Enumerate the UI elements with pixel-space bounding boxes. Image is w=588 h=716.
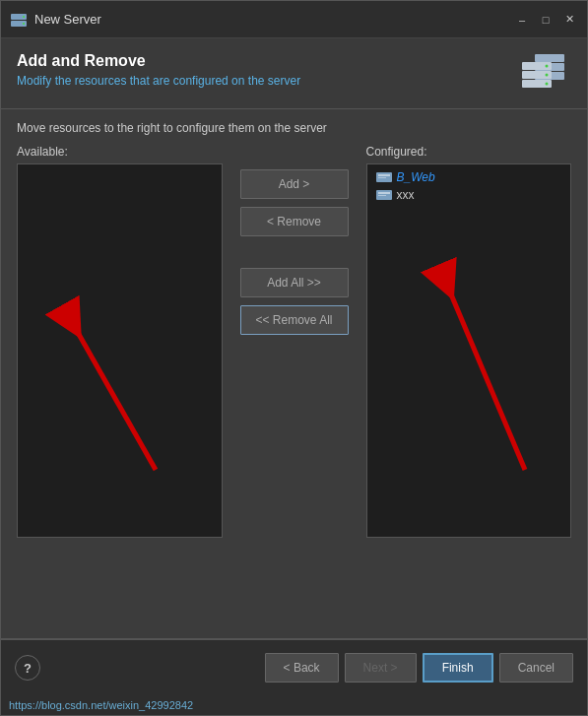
configured-section: Configured: B_Web (366, 145, 572, 538)
available-section: Available: (17, 145, 223, 538)
status-url: https://blog.csdn.net/weixin_42992842 (9, 699, 193, 711)
header-title: Add and Remove (17, 52, 507, 70)
item-label-bweb: B_Web (397, 170, 435, 184)
available-listbox[interactable] (17, 163, 223, 538)
configured-listbox[interactable]: B_Web xxx (366, 163, 572, 538)
titlebar-controls: – □ ✕ (512, 11, 579, 29)
finish-button[interactable]: Finish (423, 653, 493, 683)
svg-point-10 (546, 65, 549, 68)
svg-point-12 (546, 83, 549, 86)
footer: ? < Back Next > Finish Cancel (1, 638, 587, 695)
header-area: Add and Remove Modify the resources that… (1, 38, 587, 109)
header-subtitle: Modify the resources that are configured… (17, 74, 507, 88)
footer-buttons: < Back Next > Finish Cancel (265, 653, 573, 683)
header-text: Add and Remove Modify the resources that… (17, 52, 507, 88)
next-button[interactable]: Next > (345, 653, 417, 683)
remove-all-button[interactable]: << Remove All (240, 305, 349, 335)
list-item[interactable]: xxx (369, 186, 569, 204)
svg-rect-20 (378, 195, 386, 196)
item-label-xxx: xxx (397, 188, 415, 202)
svg-rect-17 (378, 177, 386, 178)
titlebar: New Server – □ ✕ (1, 1, 587, 38)
window: New Server – □ ✕ Add and Remove Modify t… (0, 0, 588, 716)
close-button[interactable]: ✕ (559, 11, 579, 29)
help-button[interactable]: ? (15, 655, 40, 681)
add-button[interactable]: Add > (240, 169, 349, 199)
statusbar: https://blog.csdn.net/weixin_42992842 (1, 695, 587, 715)
svg-point-3 (23, 23, 25, 25)
instruction-text: Move resources to the right to configure… (17, 121, 571, 135)
configured-label: Configured: (366, 145, 572, 159)
svg-rect-4 (535, 54, 564, 62)
svg-rect-19 (378, 192, 390, 194)
svg-line-22 (446, 283, 525, 470)
back-button[interactable]: < Back (265, 653, 339, 683)
svg-point-2 (23, 16, 25, 18)
item-icon-xxx (375, 188, 393, 202)
available-label: Available: (17, 145, 223, 159)
main-content: Move resources to the right to configure… (1, 109, 587, 638)
cancel-button[interactable]: Cancel (499, 653, 573, 683)
list-item[interactable]: B_Web (369, 168, 569, 186)
svg-line-14 (72, 322, 156, 470)
minimize-button[interactable]: – (512, 11, 532, 29)
add-all-button[interactable]: Add All >> (240, 268, 349, 297)
svg-rect-16 (378, 174, 390, 176)
svg-point-11 (546, 74, 549, 77)
server-icon (517, 52, 571, 97)
remove-button[interactable]: < Remove (240, 207, 349, 236)
item-icon-bweb (375, 170, 393, 184)
titlebar-icon (9, 10, 29, 30)
columns-row: Available: Add > (17, 145, 571, 626)
titlebar-title: New Server (34, 12, 512, 27)
middle-section: Add > < Remove Add All >> << Remove All (223, 145, 366, 335)
maximize-button[interactable]: □ (536, 11, 555, 29)
